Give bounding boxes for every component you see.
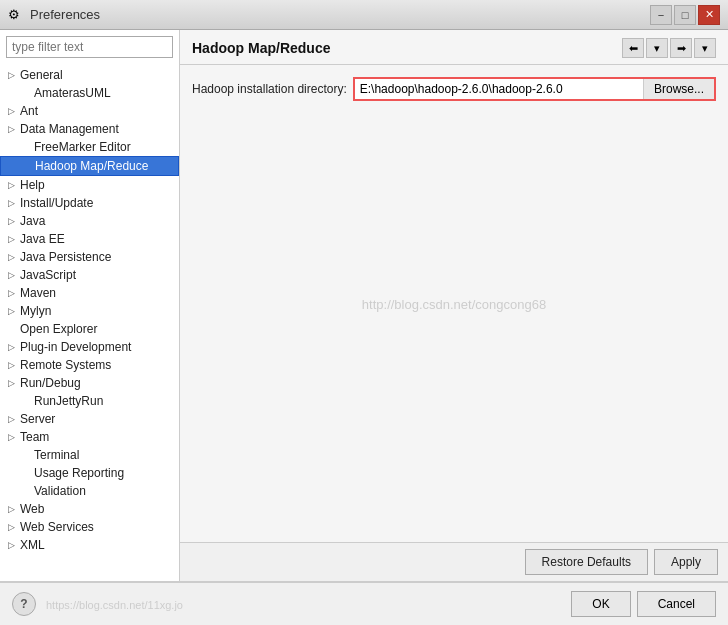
sidebar-item-label: Plug-in Development	[20, 340, 131, 354]
sidebar-item-open-explorer[interactable]: Open Explorer	[0, 320, 179, 338]
sidebar-item-java-ee[interactable]: ▷ Java EE	[0, 230, 179, 248]
sidebar-item-label: XML	[20, 538, 45, 552]
panel-header: Hadoop Map/Reduce ⬅ ▾ ➡ ▾	[180, 30, 728, 65]
titlebar: ⚙ Preferences − □ ✕	[0, 0, 728, 30]
watermark: http://blog.csdn.net/congcong68	[362, 296, 546, 311]
arrow-icon: ▷	[8, 540, 18, 550]
titlebar-left: ⚙ Preferences	[8, 7, 100, 23]
sidebar-item-amaterasUML[interactable]: AmaterasUML	[0, 84, 179, 102]
sidebar-item-label: Team	[20, 430, 49, 444]
sidebar-item-label: Terminal	[34, 448, 79, 462]
sidebar-item-remote-systems[interactable]: ▷ Remote Systems	[0, 356, 179, 374]
filter-input[interactable]	[6, 36, 173, 58]
sidebar-item-label: RunJettyRun	[34, 394, 103, 408]
cancel-button[interactable]: Cancel	[637, 591, 716, 617]
directory-input[interactable]	[355, 79, 643, 99]
maximize-button[interactable]: □	[674, 5, 696, 25]
apply-button[interactable]: Apply	[654, 549, 718, 575]
sidebar-item-label: Java EE	[20, 232, 65, 246]
sidebar-item-label: Validation	[34, 484, 86, 498]
sidebar-item-web[interactable]: ▷ Web	[0, 500, 179, 518]
arrow-icon: ▷	[8, 180, 18, 190]
sidebar-item-xml[interactable]: ▷ XML	[0, 536, 179, 554]
arrow-icon: ▷	[8, 360, 18, 370]
sidebar-item-label: Remote Systems	[20, 358, 111, 372]
bottom-bar: Restore Defaults Apply	[180, 542, 728, 581]
sidebar-item-runjettyrun[interactable]: RunJettyRun	[0, 392, 179, 410]
arrow-icon: ▷	[8, 414, 18, 424]
arrow-icon: ▷	[8, 522, 18, 532]
dialog-buttons: OK Cancel	[571, 591, 716, 617]
arrow-icon: ▷	[8, 432, 18, 442]
arrow-icon: ▷	[8, 106, 18, 116]
arrow-icon: ▷	[8, 342, 18, 352]
sidebar-item-java[interactable]: ▷ Java	[0, 212, 179, 230]
sidebar-item-javascript[interactable]: ▷ JavaScript	[0, 266, 179, 284]
sidebar: ▷ General AmaterasUML ▷ Ant ▷ Data Manag…	[0, 30, 180, 581]
restore-defaults-button[interactable]: Restore Defaults	[525, 549, 648, 575]
sidebar-item-server[interactable]: ▷ Server	[0, 410, 179, 428]
sidebar-item-validation[interactable]: Validation	[0, 482, 179, 500]
arrow-icon: ▷	[8, 198, 18, 208]
sidebar-item-team[interactable]: ▷ Team	[0, 428, 179, 446]
ok-button[interactable]: OK	[571, 591, 630, 617]
sidebar-item-label: Ant	[20, 104, 38, 118]
sidebar-item-plugin-dev[interactable]: ▷ Plug-in Development	[0, 338, 179, 356]
close-button[interactable]: ✕	[698, 5, 720, 25]
arrow-icon: ▷	[8, 70, 18, 80]
sidebar-item-help[interactable]: ▷ Help	[0, 176, 179, 194]
sidebar-item-label: Server	[20, 412, 55, 426]
sidebar-item-usage-reporting[interactable]: Usage Reporting	[0, 464, 179, 482]
sidebar-item-label: Usage Reporting	[34, 466, 124, 480]
directory-label: Hadoop installation directory:	[192, 82, 347, 96]
dropdown2-button[interactable]: ▾	[694, 38, 716, 58]
sidebar-item-java-persistence[interactable]: ▷ Java Persistence	[0, 248, 179, 266]
sidebar-item-label: JavaScript	[20, 268, 76, 282]
sidebar-item-maven[interactable]: ▷ Maven	[0, 284, 179, 302]
sidebar-item-label: Help	[20, 178, 45, 192]
dropdown-button[interactable]: ▾	[646, 38, 668, 58]
arrow-icon: ▷	[8, 216, 18, 226]
panel-title: Hadoop Map/Reduce	[192, 40, 330, 56]
minimize-button[interactable]: −	[650, 5, 672, 25]
forward-button[interactable]: ➡	[670, 38, 692, 58]
sidebar-item-run-debug[interactable]: ▷ Run/Debug	[0, 374, 179, 392]
browse-button[interactable]: Browse...	[643, 79, 714, 99]
sidebar-item-label: Mylyn	[20, 304, 51, 318]
sidebar-item-label: Java	[20, 214, 45, 228]
arrow-icon: ▷	[8, 306, 18, 316]
arrow-icon: ▷	[8, 288, 18, 298]
right-panel: Hadoop Map/Reduce ⬅ ▾ ➡ ▾ Hadoop install…	[180, 30, 728, 581]
app-icon: ⚙	[8, 7, 24, 23]
arrow-icon: ▷	[8, 234, 18, 244]
sidebar-item-data-management[interactable]: ▷ Data Management	[0, 120, 179, 138]
back-button[interactable]: ⬅	[622, 38, 644, 58]
sidebar-item-label: Install/Update	[20, 196, 93, 210]
directory-input-wrapper: Browse...	[353, 77, 716, 101]
titlebar-title: Preferences	[30, 7, 100, 22]
sidebar-item-hadoop[interactable]: Hadoop Map/Reduce	[0, 156, 179, 176]
sidebar-item-label: Hadoop Map/Reduce	[35, 159, 148, 173]
dialog-bottom: ? https://blog.csdn.net/11xg.jo OK Cance…	[0, 581, 728, 625]
panel-toolbar: ⬅ ▾ ➡ ▾	[622, 38, 716, 58]
panel-content: Hadoop installation directory: Browse...…	[180, 65, 728, 542]
sidebar-item-web-services[interactable]: ▷ Web Services	[0, 518, 179, 536]
sidebar-item-label: Java Persistence	[20, 250, 111, 264]
tree: ▷ General AmaterasUML ▷ Ant ▷ Data Manag…	[0, 64, 179, 581]
arrow-icon: ▷	[8, 378, 18, 388]
sidebar-item-label: Web Services	[20, 520, 94, 534]
sidebar-item-general[interactable]: ▷ General	[0, 66, 179, 84]
sidebar-item-install-update[interactable]: ▷ Install/Update	[0, 194, 179, 212]
watermark2: https://blog.csdn.net/11xg.jo	[46, 599, 183, 611]
sidebar-item-terminal[interactable]: Terminal	[0, 446, 179, 464]
sidebar-item-mylyn[interactable]: ▷ Mylyn	[0, 302, 179, 320]
help-button[interactable]: ?	[12, 592, 36, 616]
arrow-icon: ▷	[8, 504, 18, 514]
directory-field-row: Hadoop installation directory: Browse...	[192, 77, 716, 101]
main-content: ▷ General AmaterasUML ▷ Ant ▷ Data Manag…	[0, 30, 728, 581]
sidebar-item-ant[interactable]: ▷ Ant	[0, 102, 179, 120]
sidebar-item-label: Maven	[20, 286, 56, 300]
arrow-icon: ▷	[8, 270, 18, 280]
sidebar-item-freemarker[interactable]: FreeMarker Editor	[0, 138, 179, 156]
sidebar-item-label: General	[20, 68, 63, 82]
